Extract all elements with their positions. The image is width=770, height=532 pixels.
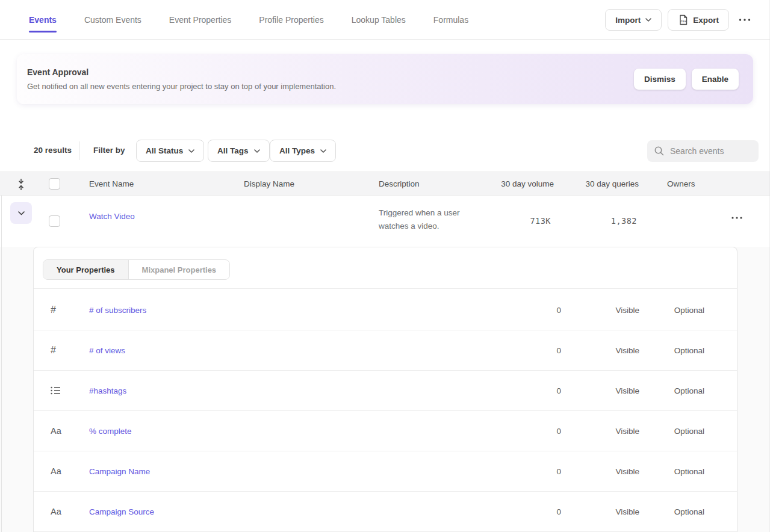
more-options-icon[interactable] (735, 16, 754, 23)
filter-bar: 20 results Filter by All Status All Tags… (0, 140, 770, 162)
top-navigation: Events Custom Events Event Properties Pr… (0, 0, 770, 40)
column-display-name: Display Name (244, 179, 294, 188)
properties-tabs: Your Properties Mixpanel Properties (43, 259, 230, 280)
event-30-day-volume: 713K (530, 216, 551, 226)
divider (79, 141, 79, 160)
import-button[interactable]: Import (605, 9, 662, 31)
event-row: Watch Video Triggered when a user watche… (0, 196, 770, 247)
property-visibility: Visible (615, 427, 639, 436)
chevron-down-icon (188, 149, 194, 153)
property-visibility: Visible (615, 346, 639, 355)
nav-actions: Import csv Export (605, 9, 754, 31)
tab-event-properties[interactable]: Event Properties (169, 0, 232, 39)
property-count: 0 (556, 386, 561, 395)
lexicon-tabs: Events Custom Events Event Properties Pr… (0, 0, 468, 39)
property-link[interactable]: # of views (89, 346, 125, 355)
search-box (647, 140, 759, 162)
number-type-icon: # (51, 305, 56, 315)
tab-lookup-tables[interactable]: Lookup Tables (352, 0, 406, 39)
tab-mixpanel-properties[interactable]: Mixpanel Properties (129, 260, 230, 279)
select-all-checkbox[interactable] (49, 178, 60, 190)
export-button-label: Export (693, 16, 719, 25)
search-icon (654, 146, 665, 156)
event-30-day-queries: 1,382 (611, 216, 637, 226)
tags-filter-dropdown[interactable]: All Tags (208, 140, 270, 162)
property-count: 0 (556, 427, 561, 436)
property-row: # # of views 0 Visible Optional (34, 330, 737, 371)
property-link[interactable]: % complete (89, 427, 132, 436)
property-visibility: Visible (615, 467, 639, 476)
list-type-icon (51, 386, 61, 395)
export-button[interactable]: csv Export (668, 9, 729, 31)
column-owners: Owners (667, 179, 695, 188)
property-visibility: Visible (615, 507, 639, 516)
property-count: 0 (556, 467, 561, 476)
property-row: # # of subscribers 0 Visible Optional (34, 290, 737, 330)
import-button-label: Import (615, 16, 641, 25)
tags-filter-label: All Tags (217, 146, 249, 155)
text-type-icon: Aa (51, 507, 61, 516)
property-count: 0 (556, 346, 561, 355)
property-visibility: Visible (615, 306, 639, 315)
property-link[interactable]: Campaign Source (89, 507, 154, 516)
banner-title: Event Approval (27, 67, 88, 77)
page-right-border (769, 0, 769, 532)
chevron-down-icon (254, 149, 260, 153)
property-count: 0 (556, 306, 561, 315)
event-name-link[interactable]: Watch Video (89, 212, 135, 221)
property-count: 0 (556, 507, 561, 516)
column-30-day-queries: 30 day queries (585, 179, 639, 188)
collapse-all-icon[interactable] (16, 178, 26, 191)
text-type-icon: Aa (51, 466, 61, 476)
tab-profile-properties[interactable]: Profile Properties (259, 0, 323, 39)
results-count: 20 results (34, 146, 72, 155)
events-table-header: Event Name Display Name Description 30 d… (0, 172, 770, 196)
property-link[interactable]: Campaign Name (89, 467, 150, 476)
svg-text:csv: csv (680, 19, 686, 23)
types-filter-dropdown[interactable]: All Types (270, 140, 336, 162)
property-row: Aa Campaign Source 0 Visible Optional (34, 492, 737, 532)
event-description: Triggered when a user watches a video. (379, 206, 481, 233)
filter-by-label: Filter by (93, 146, 125, 155)
column-30-day-volume: 30 day volume (501, 179, 554, 188)
banner-actions: Dismiss Enable (634, 69, 739, 90)
tab-your-properties[interactable]: Your Properties (43, 260, 129, 279)
chevron-down-icon (320, 149, 326, 153)
enable-button[interactable]: Enable (692, 69, 739, 90)
csv-file-icon: csv (678, 14, 688, 25)
property-requirement: Optional (674, 427, 704, 436)
search-input[interactable] (670, 146, 748, 156)
column-event-name: Event Name (89, 179, 134, 188)
divider (34, 288, 737, 289)
row-more-options-icon[interactable] (728, 214, 746, 221)
property-row: Aa Campaign Name 0 Visible Optional (34, 451, 737, 492)
property-requirement: Optional (674, 386, 704, 395)
properties-panel: Your Properties Mixpanel Properties # # … (33, 247, 737, 532)
expanded-row-left-border (1, 196, 2, 532)
dismiss-button[interactable]: Dismiss (634, 69, 686, 90)
tab-custom-events[interactable]: Custom Events (84, 0, 141, 39)
tab-events[interactable]: Events (29, 0, 57, 39)
property-link[interactable]: # of subscribers (89, 306, 146, 315)
row-checkbox[interactable] (49, 215, 60, 227)
property-link[interactable]: #hashtags (89, 386, 126, 395)
property-row: Aa % complete 0 Visible Optional (34, 411, 737, 451)
collapse-row-button[interactable] (10, 202, 32, 224)
text-type-icon: Aa (51, 426, 61, 436)
status-filter-label: All Status (146, 146, 183, 155)
property-row: #hashtags 0 Visible Optional (34, 371, 737, 411)
property-requirement: Optional (674, 346, 704, 355)
event-approval-banner: Event Approval Get notified on all new e… (17, 54, 753, 104)
banner-subtitle: Get notified on all new events entering … (27, 82, 336, 91)
column-description: Description (379, 179, 420, 188)
property-requirement: Optional (674, 467, 704, 476)
property-requirement: Optional (674, 306, 704, 315)
status-filter-dropdown[interactable]: All Status (136, 140, 204, 162)
chevron-down-icon (645, 18, 651, 22)
property-visibility: Visible (615, 386, 639, 395)
tab-formulas[interactable]: Formulas (433, 0, 468, 39)
property-requirement: Optional (674, 507, 704, 516)
types-filter-label: All Types (279, 146, 315, 155)
number-type-icon: # (51, 345, 56, 356)
